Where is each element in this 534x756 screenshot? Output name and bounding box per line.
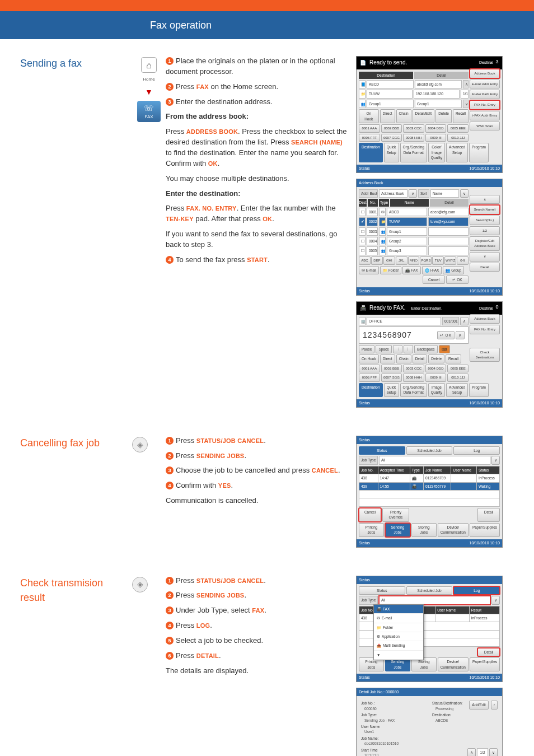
from-book-heading: From the address book: — [166, 112, 249, 120]
step1-badge: 1 — [166, 57, 174, 65]
status-icon: ◈ — [132, 437, 148, 452]
screenshot-detail: Detail Job No.: 000080 Job No.:000080 St… — [356, 688, 503, 756]
screenshot-ready-to-send: 3 📄Ready to send.Destination Destination… — [356, 56, 503, 173]
screenshot-address-book: Address Book Addr Book Address Book∨ Sor… — [356, 179, 503, 296]
send-title: Sending a fax — [20, 56, 123, 71]
step2-badge: 2 — [166, 83, 174, 91]
screenshot-status-cancel: Status Status Scheduled Job Log Job Type… — [356, 436, 503, 548]
sending-jobs-tab[interactable]: Sending Jobs — [385, 523, 410, 537]
header-band: Fax operation — [0, 11, 534, 39]
search-name-btn[interactable]: Search(Name) — [470, 205, 500, 214]
home-fax-icon-stack: ⌂ Home ▼ ☏ FAX — [132, 57, 166, 122]
header-title: Fax operation — [150, 20, 212, 31]
title-col: Sending a fax — [20, 56, 132, 413]
check-title: Check transmision result — [20, 576, 123, 605]
screenshot-ready-to-fax: 0 📠Ready to FAX.Enter Destination.Destin… — [356, 301, 503, 407]
fax-number-display: 1234568907 — [363, 329, 412, 340]
jobtype-dropdown[interactable]: 📠 FAX ✉ E-mail 📁 Folder ⚙ Application 📤 … — [373, 604, 424, 661]
screenshot-status-log: Status Status Scheduled Job Log Job Type… — [356, 576, 503, 683]
section-sending: Sending a fax ⌂ Home ▼ ☏ FAX 1Place the … — [20, 56, 514, 413]
section-cancel: Cancelling fax job ◈ 1Press STATUS/JOB C… — [20, 436, 514, 553]
home-label: Home — [143, 76, 154, 83]
fax-no-entry-btn[interactable]: FAX No. Entry — [470, 100, 500, 110]
jobtype-select[interactable]: All — [379, 596, 490, 604]
status-icon: ◈ — [132, 577, 148, 592]
dest-count: 3 — [493, 58, 501, 66]
detail-btn[interactable]: Detail — [477, 648, 500, 656]
send-body: 1Place the originals on the platen or in… — [166, 56, 356, 413]
fax-app-icon: ☏ FAX — [137, 101, 161, 122]
top-stripe — [0, 0, 534, 11]
step3-badge: 3 — [166, 98, 174, 106]
cancel-btn[interactable]: Cancel — [359, 508, 381, 522]
log-tab[interactable]: Log — [453, 586, 500, 595]
home-icon: ⌂ — [141, 57, 157, 73]
step4-badge: 4 — [166, 256, 174, 264]
enter-dest-heading: Enter the destination: — [166, 189, 241, 198]
arrow-down-icon: ▼ — [145, 86, 153, 97]
address-book-btn[interactable]: Address Book — [470, 69, 500, 78]
section-check: Check transmision result ◈ 1Press STATUS… — [20, 576, 514, 756]
cancel-title: Cancelling fax job — [20, 436, 123, 450]
